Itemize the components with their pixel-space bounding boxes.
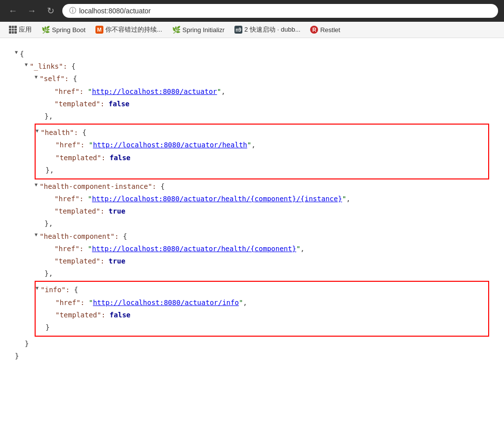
restlet-icon: R xyxy=(310,26,318,34)
spring-boot-icon: 🌿 xyxy=(42,26,50,34)
hci-line: ▼ "health-component-instance": { xyxy=(15,180,489,193)
self-href-line: "href": "http://localhost:8080/actuator"… xyxy=(15,86,489,98)
restlet-label: Restlet xyxy=(320,26,340,34)
health-href-line: "href": "http://localhost:8080/actuator/… xyxy=(36,139,488,151)
hc-href-link[interactable]: http://localhost:8080/actuator/health/{c… xyxy=(92,243,296,255)
dubbo-label: 2 快速启动 · dubb... xyxy=(244,25,300,34)
hc-toggle[interactable]: ▼ xyxy=(35,230,38,239)
links-close: } xyxy=(15,338,489,350)
bookmark-apps[interactable]: 应用 xyxy=(5,24,36,36)
self-href-link[interactable]: http://localhost:8080/actuator xyxy=(92,86,217,98)
info-href-link[interactable]: http://localhost:8080/actuator/info xyxy=(93,297,239,309)
self-toggle[interactable]: ▼ xyxy=(35,73,38,82)
apps-label: 应用 xyxy=(19,25,32,34)
hc-close: }, xyxy=(15,267,489,280)
hci-href-line: "href": "http://localhost:8080/actuator/… xyxy=(15,193,489,205)
hci-close: }, xyxy=(15,218,489,230)
hc-href-line: "href": "http://localhost:8080/actuator/… xyxy=(15,243,489,255)
reload-button[interactable]: ↻ xyxy=(44,4,57,18)
spring-init-label: Spring Initializr xyxy=(183,26,225,34)
info-templated-line: "templated": false xyxy=(36,309,488,321)
root-close: } xyxy=(15,350,489,362)
self-close: }, xyxy=(15,110,489,123)
bookmarks-bar: 应用 🌿 Spring Boot M 你不容错过的持续... 🌿 Spring … xyxy=(0,22,504,38)
bookmark-spring-init[interactable]: 🌿 Spring Initializr xyxy=(168,24,229,35)
info-highlight-box: ▼ "info": { "href": "http://localhost:80… xyxy=(35,281,489,337)
forward-button[interactable]: → xyxy=(25,4,39,18)
persistent-icon: M xyxy=(95,26,103,34)
root-open: ▼ { xyxy=(15,48,489,60)
bookmark-dubbo[interactable]: n9 2 快速启动 · dubb... xyxy=(230,24,304,36)
persistent-label: 你不容错过的持续... xyxy=(105,25,162,34)
browser-chrome: ← → ↻ ⓘ localhost:8080/actuator xyxy=(0,0,504,22)
hci-templated-line: "templated": true xyxy=(15,205,489,218)
health-templated-line: "templated": false xyxy=(36,152,488,164)
info-href-line: "href": "http://localhost:8080/actuator/… xyxy=(36,297,488,309)
dubbo-icon: n9 xyxy=(234,26,242,34)
url-text: localhost:8080/actuator xyxy=(79,7,151,15)
health-highlight-box: ▼ "health": { "href": "http://localhost:… xyxy=(35,124,489,179)
health-line: ▼ "health": { xyxy=(36,127,488,139)
links-toggle[interactable]: ▼ xyxy=(25,60,28,69)
bookmark-restlet[interactable]: R Restlet xyxy=(306,24,344,35)
hc-line: ▼ "health-component": { xyxy=(15,230,489,243)
apps-icon xyxy=(9,26,17,34)
hc-templated-line: "templated": true xyxy=(15,255,489,267)
health-href-link[interactable]: http://localhost:8080/actuator/health xyxy=(93,139,247,151)
bookmark-persistent[interactable]: M 你不容错过的持续... xyxy=(92,24,166,36)
spring-init-icon: 🌿 xyxy=(172,26,181,34)
json-content: ▼ { ▼ "_links": { ▼ "self": { "href": "h… xyxy=(0,38,504,373)
root-toggle[interactable]: ▼ xyxy=(15,48,18,57)
info-toggle[interactable]: ▼ xyxy=(36,284,39,293)
self-line: ▼ "self": { xyxy=(15,73,489,85)
health-toggle[interactable]: ▼ xyxy=(36,127,39,135)
spring-boot-label: Spring Boot xyxy=(52,26,86,34)
health-close: }, xyxy=(36,164,488,176)
hci-toggle[interactable]: ▼ xyxy=(35,180,38,189)
links-line: ▼ "_links": { xyxy=(15,60,489,73)
self-templated-line: "templated": false xyxy=(15,98,489,110)
info-close: } xyxy=(36,321,488,334)
info-line: ▼ "info": { xyxy=(36,284,488,296)
back-button[interactable]: ← xyxy=(6,4,20,18)
address-bar[interactable]: ⓘ localhost:8080/actuator xyxy=(62,4,498,18)
info-icon: ⓘ xyxy=(69,6,76,15)
bookmark-spring-boot[interactable]: 🌿 Spring Boot xyxy=(38,24,90,35)
hci-href-link[interactable]: http://localhost:8080/actuator/health/{c… xyxy=(92,193,342,205)
